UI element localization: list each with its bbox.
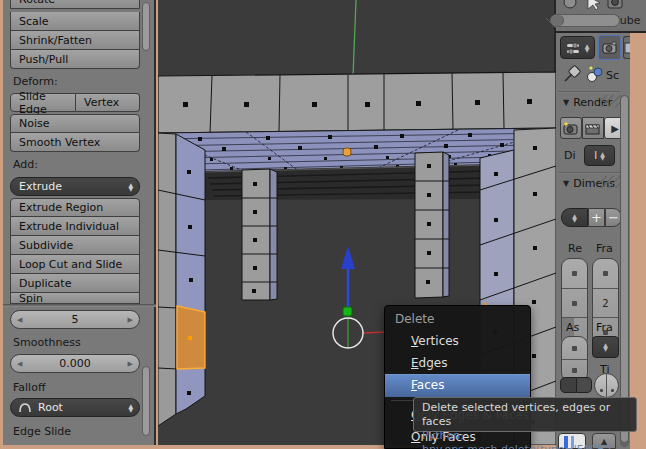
border-toggle[interactable] <box>560 377 577 393</box>
shrink-fatten-label: Shrink/Fatten <box>19 34 92 47</box>
scale-button[interactable]: Scale <box>10 12 140 31</box>
crop-toggle[interactable] <box>577 377 592 393</box>
vertex-button[interactable]: Vertex <box>76 93 140 112</box>
tooltip-description: Delete selected vertices, edges or faces <box>422 401 628 429</box>
render-camera-icon <box>563 121 579 135</box>
add-preset-button[interactable]: + <box>588 208 605 227</box>
aspect-fields[interactable] <box>561 336 588 382</box>
extrude-dropdown-value: Extrude <box>19 180 128 193</box>
menu-item-vertices[interactable]: Vertices <box>385 330 530 352</box>
shrink-fatten-button[interactable]: Shrink/Fatten <box>10 31 140 50</box>
tooltip-python-expression: Python: bpy.ops.mesh.delete(type='FACE') <box>422 429 628 449</box>
add-section-label: Add: <box>13 158 38 171</box>
resolution-x-field[interactable] <box>562 259 587 288</box>
frame-rate-dropdown[interactable]: ▲▼ <box>592 336 619 358</box>
menu-item-faces[interactable]: Faces <box>385 374 530 397</box>
extrude-individual-button[interactable]: Extrude Individual <box>10 217 140 236</box>
visibility-icon[interactable] <box>564 0 576 8</box>
outliner-toggle-icons[interactable] <box>560 0 630 12</box>
extrude-region-button[interactable]: Extrude Region <box>10 198 140 217</box>
duplicate-button[interactable]: Duplicate <box>10 274 140 293</box>
smooth-vertex-label: Smooth Vertex <box>19 136 100 149</box>
editor-type-selector[interactable]: ▲▼ <box>560 36 595 59</box>
toolshelf-scrollbar-bottom[interactable] <box>142 366 150 436</box>
subdivide-label: Subdivide <box>19 239 73 252</box>
render-layers-tab[interactable] <box>623 36 630 59</box>
manipulator-center[interactable] <box>343 307 352 316</box>
smooth-vertex-button[interactable]: Smooth Vertex <box>10 133 140 152</box>
render-tab[interactable] <box>598 35 621 60</box>
properties-scrollbar-track[interactable] <box>620 95 629 447</box>
resolution-label: Re <box>568 242 582 255</box>
display-label: Di <box>564 149 576 162</box>
outliner-region: Cube <box>556 0 646 33</box>
scrollbar-knob[interactable] <box>551 15 564 26</box>
collapse-triangle-icon[interactable]: ▼ <box>563 179 569 188</box>
render-animation-button[interactable] <box>582 117 604 139</box>
properties-scrollbar-thumb[interactable] <box>620 95 629 443</box>
menu-item-edges[interactable]: Edges <box>385 352 530 374</box>
minus-icon: − <box>608 210 619 225</box>
pin-icon[interactable] <box>562 64 582 84</box>
number-of-cuts-value: 5 <box>72 313 79 326</box>
scene-icon <box>585 64 605 84</box>
tool-shelf: Rotate Scale Shrink/Fatten Push/Pull Def… <box>3 0 156 445</box>
deform-section-label: Deform: <box>13 75 58 88</box>
select-toggle-icon[interactable] <box>588 0 600 10</box>
display-dropdown[interactable]: I ▲▼ <box>584 145 615 166</box>
decrement-icon[interactable]: ◀ <box>17 316 22 324</box>
toolshelf-scrollbar-top[interactable] <box>142 2 150 51</box>
render-image-button[interactable] <box>560 117 582 139</box>
noise-button[interactable]: Noise <box>10 114 140 133</box>
clapperboard-icon <box>585 121 601 135</box>
push-pull-button[interactable]: Push/Pull <box>10 50 140 69</box>
blender-window: Rotate Scale Shrink/Fatten Push/Pull Def… <box>0 0 646 449</box>
spin-button[interactable]: Spin <box>10 293 140 304</box>
vertex-label: Vertex <box>84 96 119 109</box>
frame-end-field[interactable]: 2 <box>593 288 618 317</box>
scene-name-label[interactable]: Sc <box>606 69 619 82</box>
edge-slide-label: Edge Slide <box>13 425 71 438</box>
plus-icon: + <box>591 210 602 225</box>
chevron-up-down-icon: ▲▼ <box>603 343 608 351</box>
scale-label: Scale <box>19 15 49 28</box>
tooltip: Delete selected vertices, edges or faces… <box>413 397 637 432</box>
object-origin <box>343 148 351 156</box>
rotate-button[interactable]: Rotate <box>10 0 140 9</box>
frame-end-value: 2 <box>602 298 608 309</box>
mesh-pillar-right <box>415 152 449 298</box>
mesh-top-band <box>158 72 556 133</box>
smoothness-slider[interactable]: ◀ 0.000 ▶ <box>10 354 140 373</box>
z-axis-arrowhead[interactable] <box>341 246 355 269</box>
frame-start-field[interactable] <box>593 259 618 288</box>
rotate-label: Rotate <box>19 0 55 6</box>
chevron-up-down-icon: ▲▼ <box>128 404 133 412</box>
render-tab-camera-icon <box>602 41 618 54</box>
decrement-icon[interactable]: ◀ <box>17 360 22 368</box>
smoothness-value: 0.000 <box>59 357 91 370</box>
chevron-up-down-icon: ▲▼ <box>585 44 590 52</box>
loop-cut-label: Loop Cut and Slide <box>19 258 122 271</box>
increment-icon[interactable]: ▶ <box>128 360 133 368</box>
extrude-individual-label: Extrude Individual <box>19 220 119 233</box>
falloff-dropdown[interactable]: Root ▲▼ <box>10 398 140 417</box>
frame-rate-label: Fra <box>596 321 613 334</box>
subdivide-button[interactable]: Subdivide <box>10 236 140 255</box>
slide-edge-label: Slide Edge <box>19 90 75 116</box>
extrude-dropdown[interactable]: Extrude ▲▼ <box>10 177 140 196</box>
panel-separator <box>558 172 620 174</box>
slide-edge-button[interactable]: Slide Edge <box>10 93 76 112</box>
outliner-horizontal-scrollbar[interactable] <box>550 14 620 27</box>
delete-menu-title: Delete <box>385 306 530 330</box>
render-preset-dropdown[interactable]: ▲▼ <box>561 208 588 227</box>
increment-icon[interactable]: ▶ <box>128 316 133 324</box>
loop-cut-button[interactable]: Loop Cut and Slide <box>10 255 140 274</box>
x-axis-handle[interactable] <box>363 332 386 333</box>
time-remap-knob[interactable] <box>594 373 619 398</box>
collapse-triangle-icon[interactable]: ▼ <box>563 98 569 107</box>
translate-manipulator[interactable] <box>333 246 386 348</box>
spin-label: Spin <box>19 293 43 304</box>
resolution-y-field[interactable] <box>562 288 587 317</box>
number-of-cuts-slider[interactable]: ◀ 5 ▶ <box>10 310 140 329</box>
aspect-x-field[interactable] <box>562 337 587 359</box>
